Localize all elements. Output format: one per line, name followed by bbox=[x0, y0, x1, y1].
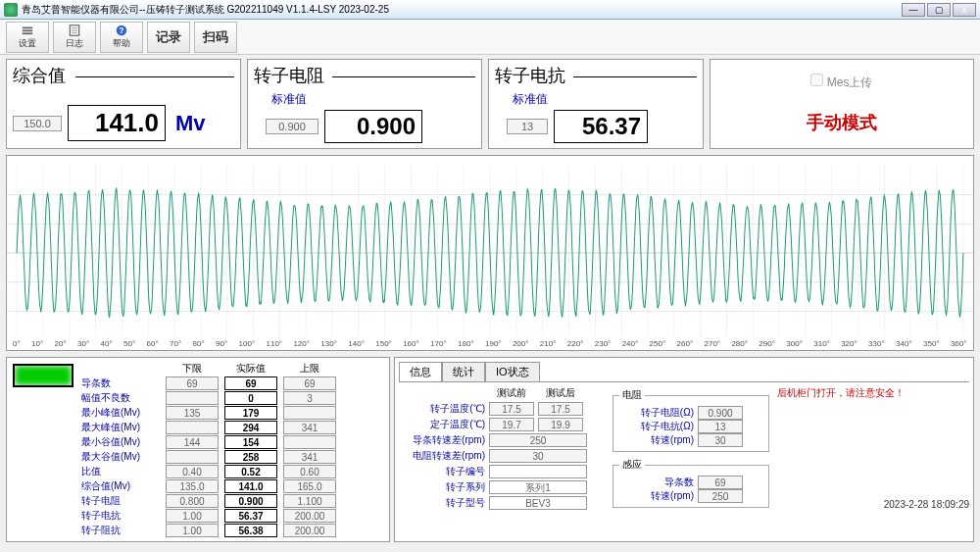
composite-unit: Mv bbox=[175, 111, 206, 136]
tab-1[interactable]: 统计 bbox=[442, 362, 485, 381]
close-button[interactable]: X bbox=[953, 3, 976, 17]
measure-label: 最小峰值(Mv) bbox=[81, 406, 160, 420]
waveform-chart: 0°10°20°30°40°50°60°70°80°90°100°110°120… bbox=[6, 155, 974, 351]
measure-panel: 下限实际值上限导条数696969幅值不良数03最小峰值(Mv)135179最大峰… bbox=[6, 357, 390, 542]
resistance-title: 转子电阻 bbox=[254, 64, 475, 87]
log-button[interactable]: 日志 bbox=[53, 22, 96, 53]
window-title: 青岛艾普智能仪器有限公司--压铸转子测试系统 G202211049 V1.1.4… bbox=[22, 3, 389, 17]
measure-label: 转子电抗 bbox=[81, 509, 160, 523]
maximize-button[interactable]: ▢ bbox=[927, 3, 951, 17]
tab-0[interactable]: 信息 bbox=[399, 362, 442, 381]
reactance-ref: 13 bbox=[507, 119, 548, 134]
titlebar: 青岛艾普智能仪器有限公司--压铸转子测试系统 G202211049 V1.1.4… bbox=[0, 0, 980, 20]
help-icon: ? bbox=[115, 24, 128, 37]
measure-label: 导条数 bbox=[81, 376, 160, 390]
record-button[interactable]: 记录 bbox=[147, 22, 190, 53]
settings-icon bbox=[21, 24, 34, 37]
measure-label: 比值 bbox=[81, 465, 160, 478]
chart-x-axis: 0°10°20°30°40°50°60°70°80°90°100°110°120… bbox=[7, 339, 973, 348]
composite-value: 141.0 bbox=[68, 105, 166, 141]
svg-rect-2 bbox=[23, 32, 33, 34]
settings-button[interactable]: 设置 bbox=[6, 22, 49, 53]
log-icon bbox=[68, 24, 81, 37]
resistance-value: 0.900 bbox=[324, 110, 422, 143]
info-panel: 信息统计IO状态 测试前测试后转子温度(℃)17.517.5定子温度(℃)19.… bbox=[394, 357, 974, 542]
measure-table: 下限实际值上限导条数696969幅值不良数03最小峰值(Mv)135179最大峰… bbox=[81, 362, 336, 537]
composite-title: 综合值 bbox=[13, 64, 234, 87]
reactance-title: 转子电抗 bbox=[495, 64, 697, 87]
mode-panel: Mes上传 手动模式 bbox=[710, 59, 974, 149]
reactance-panel: 转子电抗 标准值 13 56.37 bbox=[488, 59, 704, 149]
warning-text: 后机柜门打开，请注意安全！ bbox=[777, 386, 969, 400]
measure-label: 最大谷值(Mv) bbox=[81, 450, 160, 464]
tabs: 信息统计IO状态 bbox=[399, 362, 969, 382]
timestamp: 2023-2-28 18:09:29 bbox=[777, 499, 969, 510]
scan-button[interactable]: 扫码 bbox=[194, 22, 237, 53]
app-icon bbox=[4, 3, 18, 17]
help-button[interactable]: ? 帮助 bbox=[100, 22, 143, 53]
status-led bbox=[13, 364, 74, 387]
svg-rect-1 bbox=[23, 29, 33, 31]
mode-text: 手动模式 bbox=[807, 111, 877, 134]
composite-panel: 综合值 150.0 141.0 Mv bbox=[6, 59, 241, 149]
induction-group: 感应导条数69转速(rpm)250 bbox=[612, 458, 769, 508]
reactance-value: 56.37 bbox=[554, 110, 648, 143]
composite-ref: 150.0 bbox=[13, 116, 62, 131]
resistance-sublabel: 标准值 bbox=[271, 91, 475, 108]
measure-label: 综合值(Mv) bbox=[81, 479, 160, 493]
resistance-group: 电阻转子电阻(Ω)0.900转子电抗(Ω)13转速(rpm)30 bbox=[612, 388, 769, 452]
svg-text:?: ? bbox=[120, 26, 124, 35]
mes-upload-checkbox[interactable]: Mes上传 bbox=[810, 74, 872, 91]
measure-label: 转子阻抗 bbox=[81, 524, 160, 537]
minimize-button[interactable]: — bbox=[902, 3, 925, 17]
resistance-panel: 转子电阻 标准值 0.900 0.900 bbox=[247, 59, 482, 149]
tab-2[interactable]: IO状态 bbox=[485, 362, 540, 381]
resistance-ref: 0.900 bbox=[266, 119, 318, 134]
reactance-sublabel: 标准值 bbox=[513, 91, 697, 108]
measure-label: 最大峰值(Mv) bbox=[81, 421, 160, 434]
measure-label: 转子电阻 bbox=[81, 494, 160, 508]
toolbar: 设置 日志 ? 帮助 记录 扫码 bbox=[0, 20, 980, 55]
measure-label: 最小谷值(Mv) bbox=[81, 435, 160, 449]
measure-label: 幅值不良数 bbox=[81, 391, 160, 405]
svg-rect-0 bbox=[23, 27, 33, 29]
